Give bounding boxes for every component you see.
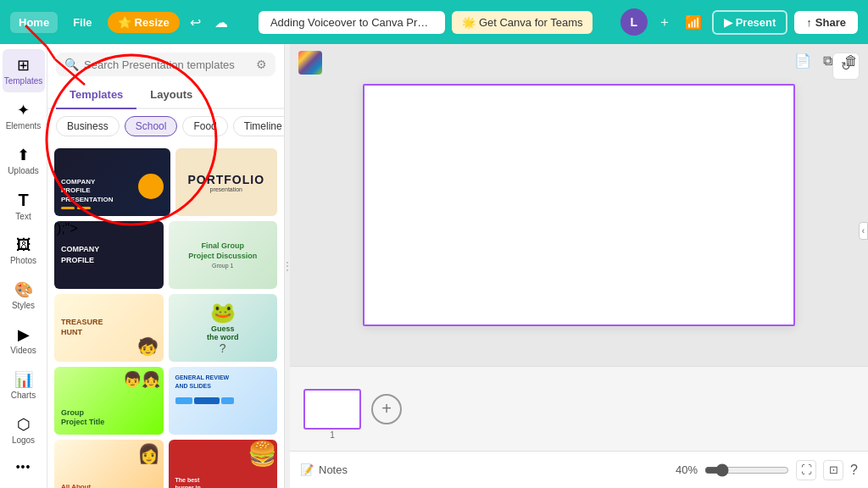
help-button[interactable]: ? bbox=[850, 463, 858, 478]
bottom-bar: 📝 Notes 40% ⛶ ⊡ ? bbox=[290, 451, 868, 488]
resize-label: Resize bbox=[135, 16, 170, 29]
filter-icon[interactable]: ⚙ bbox=[256, 58, 267, 71]
template-card-portfolio[interactable]: PORTFOLIO presentation bbox=[175, 148, 278, 216]
search-input[interactable] bbox=[84, 58, 251, 71]
cloud-button[interactable]: ☁ bbox=[211, 11, 231, 34]
logos-label: Logos bbox=[12, 435, 35, 445]
sidebar-item-text[interactable]: T Text bbox=[3, 184, 45, 228]
filter-school[interactable]: School bbox=[125, 116, 178, 136]
sidebar-item-more[interactable]: ••• bbox=[3, 453, 45, 482]
template-grid: COMPANYPROFILEPRESENTATION PORTFOLIO pre… bbox=[47, 143, 284, 488]
panel-tabs: Templates Layouts bbox=[47, 81, 284, 109]
user-avatar[interactable]: L bbox=[620, 8, 648, 36]
styles-icon: 🎨 bbox=[14, 280, 33, 299]
template-card-info-slides[interactable]: GENERAL REVIEWAND SLIDES bbox=[169, 367, 278, 435]
templates-icon: ⊞ bbox=[17, 56, 30, 75]
slide-canvas[interactable] bbox=[363, 84, 795, 326]
search-bar: 🔍 ⚙ bbox=[56, 53, 275, 76]
star-icon: ⭐ bbox=[118, 16, 131, 29]
elements-label: Elements bbox=[6, 121, 42, 130]
uploads-icon: ⬆ bbox=[17, 146, 30, 164]
home-button[interactable]: Home bbox=[10, 12, 58, 33]
template-card-group-project[interactable]: GroupProject Title 👦👧 bbox=[54, 367, 164, 435]
share-icon: ↑ bbox=[806, 16, 812, 29]
tab-templates[interactable]: Templates bbox=[56, 81, 136, 109]
template-card-company-profile-1[interactable]: COMPANYPROFILEPRESENTATION bbox=[54, 148, 170, 216]
template-row-2: ');"> COMPANYPROFILE Final GroupProject … bbox=[54, 221, 277, 289]
tab-layouts[interactable]: Layouts bbox=[136, 81, 206, 109]
project-title-button[interactable]: Adding Voiceover to Canva Presentation bbox=[259, 11, 445, 34]
sidebar-item-charts[interactable]: 📊 Charts bbox=[3, 363, 45, 407]
template-card-best-burger[interactable]: The bestburger intown 🍔 bbox=[169, 440, 278, 488]
present-icon: ▶ bbox=[724, 16, 732, 29]
template-row-3: TREASUREHUNT 🧒 🐸 Guessthe word ? bbox=[54, 294, 277, 362]
sidebar-item-styles[interactable]: 🎨 Styles bbox=[3, 274, 45, 317]
filter-timeline[interactable]: Timeline bbox=[233, 116, 284, 136]
more-icon: ••• bbox=[16, 460, 31, 474]
canvas-delete-button[interactable]: 🗑 bbox=[841, 49, 861, 72]
canvas-top-toolbar: 📄 ⧉ 🗑 bbox=[791, 49, 861, 72]
sidebar-item-logos[interactable]: ⬡ Logos bbox=[3, 408, 45, 452]
share-label: Share bbox=[815, 16, 846, 29]
template-card-company-profile-2[interactable]: ');"> COMPANYPROFILE bbox=[54, 221, 164, 289]
top-navigation: Home File ⭐ Resize ↩ ☁ Adding Voiceover … bbox=[0, 0, 868, 44]
videos-icon: ▶ bbox=[18, 325, 30, 344]
sidebar-item-elements[interactable]: ✦ Elements bbox=[3, 94, 45, 137]
canvas-area: 📄 ⧉ 🗑 ↻ ▾ ‹ 1 + 📝 Notes bbox=[290, 44, 868, 488]
templates-panel: 🔍 ⚙ Templates Layouts Business School Fo… bbox=[47, 44, 285, 488]
resize-button[interactable]: ⭐ Resize bbox=[108, 12, 180, 33]
add-user-button[interactable]: ＋ bbox=[654, 10, 675, 35]
color-palette-indicator[interactable] bbox=[298, 51, 322, 75]
photos-icon: 🖼 bbox=[16, 236, 31, 254]
charts-label: Charts bbox=[11, 391, 36, 400]
template-card-final-group[interactable]: Final GroupProject Discussion Group 1 bbox=[169, 221, 278, 289]
sidebar-item-uploads[interactable]: ⬆ Uploads bbox=[3, 139, 45, 182]
panel-search-area: 🔍 ⚙ bbox=[47, 44, 284, 81]
analytics-button[interactable]: 📶 bbox=[682, 11, 705, 34]
expand-right-button[interactable]: ‹ bbox=[859, 222, 868, 240]
slides-bottom-panel: 1 + bbox=[290, 366, 868, 451]
share-button[interactable]: ↑ Share bbox=[794, 11, 858, 34]
search-icon: 🔍 bbox=[64, 58, 79, 71]
text-label: Text bbox=[15, 212, 31, 221]
charts-icon: 📊 bbox=[14, 370, 33, 389]
fullscreen-button[interactable]: ⛶ bbox=[796, 460, 816, 480]
slide-thumbnail-1[interactable]: 1 bbox=[303, 389, 361, 430]
text-icon: T bbox=[18, 191, 28, 210]
zoom-controls: 40% ⛶ ⊡ ? bbox=[668, 460, 858, 480]
template-row-1: COMPANYPROFILEPRESENTATION PORTFOLIO pre… bbox=[54, 148, 277, 216]
nav-right-controls: L ＋ 📶 ▶ Present ↑ Share bbox=[620, 8, 858, 36]
logos-icon: ⬡ bbox=[17, 415, 31, 434]
add-slide-button[interactable]: + bbox=[371, 394, 402, 424]
notes-label: Notes bbox=[319, 463, 348, 476]
template-row-4: GroupProject Title 👦👧 GENERAL REVIEWAND … bbox=[54, 367, 277, 435]
elements-icon: ✦ bbox=[17, 101, 30, 119]
filter-business[interactable]: Business bbox=[56, 116, 120, 136]
nav-center: Adding Voiceover to Canva Presentation 🌟… bbox=[238, 11, 614, 34]
file-button[interactable]: File bbox=[64, 12, 100, 33]
canvas-new-page-button[interactable]: 📄 bbox=[791, 49, 815, 72]
sidebar-item-photos[interactable]: 🖼 Photos bbox=[3, 230, 45, 272]
zoom-percentage: 40% bbox=[668, 463, 698, 476]
sidebar-icons: ⊞ Templates ✦ Elements ⬆ Uploads T Text … bbox=[0, 44, 47, 488]
notes-icon: 📝 bbox=[300, 463, 314, 476]
main-layout: ⊞ Templates ✦ Elements ⬆ Uploads T Text … bbox=[0, 44, 868, 488]
template-card-guess-word[interactable]: 🐸 Guessthe word ? bbox=[169, 294, 278, 362]
present-button[interactable]: ▶ Present bbox=[712, 10, 788, 35]
filter-food[interactable]: Food bbox=[182, 116, 227, 136]
zoom-slider[interactable] bbox=[704, 463, 789, 477]
videos-label: Videos bbox=[10, 346, 36, 355]
slide-number-1: 1 bbox=[330, 430, 335, 440]
filter-tags: Business School Food Timeline › bbox=[47, 109, 284, 143]
template-card-teacher[interactable]: All AboutTEACHER LOU 👩 bbox=[54, 440, 164, 488]
sidebar-item-videos[interactable]: ▶ Videos bbox=[3, 319, 45, 362]
notes-button[interactable]: 📝 Notes bbox=[300, 463, 348, 476]
undo-button[interactable]: ↩ bbox=[186, 11, 204, 34]
fit-to-screen-button[interactable]: ⊡ bbox=[823, 460, 843, 480]
template-row-5: All AboutTEACHER LOU 👩 The bestburger in… bbox=[54, 440, 277, 488]
sidebar-item-templates[interactable]: ⊞ Templates bbox=[3, 49, 45, 92]
template-card-treasure-hunt[interactable]: TREASUREHUNT 🧒 bbox=[54, 294, 164, 362]
canvas-copy-button[interactable]: ⧉ bbox=[820, 49, 836, 72]
canva-teams-button[interactable]: 🌟 Get Canva for Teams bbox=[452, 11, 593, 34]
uploads-label: Uploads bbox=[8, 166, 39, 175]
